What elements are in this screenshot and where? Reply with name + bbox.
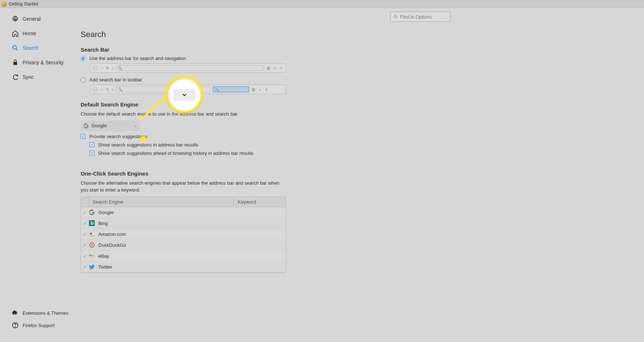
suggestions-ahead-history-checkbox[interactable]: ✓ Show search suggestions ahead of brows… — [89, 150, 637, 156]
menu-icon: ≡ — [279, 66, 284, 70]
svg-text:a: a — [90, 232, 92, 235]
checkbox-icon: ✓ — [89, 150, 94, 156]
checkbox-label: Show search suggestions ahead of browsin… — [98, 150, 253, 156]
sidebar-label: Sync — [23, 74, 34, 80]
dropdown-selected-text: Google — [91, 123, 107, 128]
default-engine-dropdown[interactable]: Google ⌄ — [81, 121, 140, 131]
one-click-desc: Choose the alternative search engines th… — [81, 180, 288, 194]
check-icon: ✓ — [81, 210, 89, 215]
search-engines-table: Search Engine Keyword ✓Google✓Bing✓aAmaz… — [81, 197, 286, 273]
home-icon: ⌂ — [111, 66, 114, 70]
sync-icon — [12, 73, 19, 81]
check-icon: ✓ — [81, 264, 89, 270]
sidebar-item-privacy[interactable]: Privacy & Security — [12, 55, 81, 70]
google-icon — [89, 209, 97, 215]
sidebar-label: General — [23, 16, 41, 22]
bing-icon — [89, 220, 97, 226]
svg-point-0 — [15, 18, 16, 20]
table-row[interactable]: ✓ebayeBay — [81, 251, 286, 262]
sidebar-item-general[interactable]: General — [12, 12, 81, 26]
engine-name: eBay — [97, 253, 234, 259]
addressbar-diagram: ← → ↻ ⌂ 🔍 ▥ » ≡ — [90, 63, 286, 73]
svg-rect-2 — [13, 62, 17, 65]
radio-label: Use the address bar for search and navig… — [89, 56, 186, 61]
google-icon — [83, 123, 89, 128]
sidebar-item-support[interactable]: Firefox Support — [12, 319, 81, 331]
overflow-icon: » — [258, 87, 262, 92]
sidebar-label: Firefox Support — [23, 323, 55, 328]
lock-icon — [12, 59, 19, 66]
checkbox-label: Provide search suggestions — [89, 134, 147, 139]
browser-tab-bar: Getting Started — [0, 0, 644, 8]
search-icon — [12, 44, 19, 52]
checkbox-icon: ✓ — [89, 142, 94, 147]
column-keyword[interactable]: Keyword — [234, 197, 286, 207]
home-icon — [12, 30, 19, 37]
radio-label: Add search bar in toolbar — [89, 77, 142, 83]
search-field-diagram: 🔍 — [213, 86, 249, 92]
back-icon: ← — [93, 87, 98, 92]
table-row[interactable]: ✓DuckDuckGo — [81, 240, 286, 251]
library-icon: ▥ — [251, 87, 256, 92]
svg-point-4 — [15, 327, 15, 327]
forward-icon: → — [100, 66, 104, 70]
check-icon: ✓ — [81, 242, 89, 248]
svg-point-1 — [13, 45, 16, 49]
back-icon: ← — [93, 65, 98, 71]
radio-icon — [81, 56, 86, 61]
table-row[interactable]: ✓Bing — [81, 218, 286, 229]
amazon-icon: a — [89, 231, 97, 237]
menu-icon: ≡ — [264, 87, 269, 92]
sidebar-item-sync[interactable]: Sync — [12, 70, 81, 84]
engine-name: Amazon.com — [97, 232, 234, 237]
find-in-options-input[interactable]: Find in Options — [390, 12, 451, 22]
sidebar-label: Home — [23, 31, 36, 36]
find-placeholder-text: Find in Options — [400, 14, 432, 20]
chevron-down-icon: ⌄ — [134, 123, 137, 128]
checkbox-label: Show search suggestions in address bar r… — [98, 142, 198, 148]
overflow-icon: » — [273, 66, 277, 70]
svg-point-10 — [92, 244, 92, 245]
twitter-icon — [89, 264, 97, 270]
table-row[interactable]: ✓aAmazon.com — [81, 229, 286, 240]
table-row[interactable]: ✓Twitter — [81, 262, 286, 273]
table-header: Search Engine Keyword — [81, 197, 286, 207]
sidebar-label: Extensions & Themes — [23, 310, 68, 316]
urlbar-diagram: 🔍 — [116, 65, 264, 71]
highlight-magnifier — [167, 77, 202, 112]
column-engine[interactable]: Search Engine — [89, 197, 234, 207]
sidebar-item-search[interactable]: Search — [12, 41, 81, 55]
sidebar-label: Privacy & Security — [23, 60, 64, 65]
gear-icon — [12, 15, 19, 23]
puzzle-icon — [12, 309, 19, 317]
svg-point-5 — [394, 15, 396, 17]
check-icon: ✓ — [81, 232, 89, 237]
searchbar-option-toolbar[interactable]: Add search bar in toolbar — [81, 77, 637, 83]
ebay-icon: ebay — [89, 254, 97, 258]
engine-name: Google — [97, 210, 234, 215]
sidebar-item-home[interactable]: Home — [12, 26, 81, 41]
sidebar-label: Search — [23, 45, 38, 51]
help-icon — [12, 322, 19, 329]
suggestions-checkbox[interactable]: ✓ Provide search suggestions — [81, 134, 637, 139]
search-icon — [394, 15, 398, 19]
sidebar-item-extensions[interactable]: Extensions & Themes — [12, 307, 81, 319]
suggestions-in-addressbar-checkbox[interactable]: ✓ Show search suggestions in address bar… — [89, 142, 637, 148]
page-title: Search — [81, 30, 637, 39]
engine-name: Twitter — [97, 264, 234, 270]
check-icon: ✓ — [81, 253, 89, 259]
library-icon: ▥ — [266, 66, 270, 71]
svg-text:ebay: ebay — [89, 254, 94, 257]
forward-icon: → — [100, 87, 104, 92]
engine-name: DuckDuckGo — [97, 242, 234, 248]
annotation-dot — [141, 137, 146, 142]
table-row[interactable]: ✓Google — [81, 207, 286, 218]
search-bar-heading: Search Bar — [81, 47, 637, 53]
searchbar-option-addressbar[interactable]: Use the address bar for search and navig… — [81, 56, 637, 61]
firefox-logo-icon — [1, 1, 7, 7]
content-area: Find in Options Search Search Bar Use th… — [81, 12, 644, 339]
home-icon: ⌂ — [111, 87, 114, 92]
check-icon: ✓ — [81, 221, 89, 226]
one-click-heading: One-Click Search Engines — [81, 170, 637, 177]
engine-name: Bing — [97, 221, 234, 226]
